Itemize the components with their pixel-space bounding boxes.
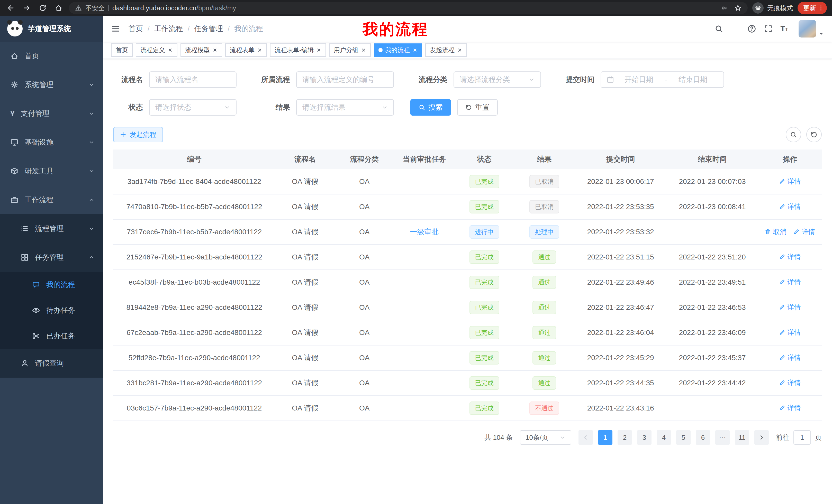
- status-select[interactable]: 请选择状态: [149, 99, 237, 116]
- view-tab[interactable]: 发起流程: [425, 44, 467, 57]
- refresh-table-button[interactable]: [806, 127, 822, 142]
- sidebar-item[interactable]: 系统管理: [0, 71, 103, 99]
- bookmark-star-icon[interactable]: [734, 4, 742, 11]
- forward-icon[interactable]: [21, 2, 32, 13]
- tab-label: 首页: [116, 46, 128, 54]
- back-icon[interactable]: [5, 2, 17, 13]
- close-tab-icon[interactable]: [212, 48, 217, 53]
- view-tab[interactable]: 用户分组: [329, 44, 371, 57]
- fullscreen-icon[interactable]: [764, 24, 773, 33]
- sidebar-item[interactable]: 流程管理: [0, 214, 103, 243]
- date-range-picker[interactable]: 开始日期 - 结束日期: [601, 72, 724, 88]
- goto-page-input[interactable]: [794, 430, 811, 445]
- reset-button[interactable]: 重置: [457, 99, 498, 116]
- user-avatar[interactable]: [799, 20, 824, 37]
- page-button[interactable]: 5: [676, 430, 691, 445]
- page-size-select[interactable]: 10条/页: [520, 430, 571, 445]
- cell-end-time: 2022-01-23 00:07:03: [667, 169, 758, 194]
- sidebar-item[interactable]: 研发工具: [0, 157, 103, 186]
- page-button[interactable]: 4: [657, 430, 671, 445]
- cell-result: 处理中: [514, 219, 575, 245]
- table-row: 67c2eaab-7b9a-11ec-a290-acde48001122OA 请…: [113, 320, 822, 345]
- action-detail-link[interactable]: 详情: [779, 202, 801, 211]
- edit-icon: [779, 178, 785, 185]
- page-button[interactable]: 3: [637, 430, 651, 445]
- update-button[interactable]: 更新: [798, 2, 827, 14]
- action-detail-link[interactable]: 详情: [779, 379, 801, 387]
- help-icon[interactable]: [747, 24, 756, 33]
- action-detail-link[interactable]: 详情: [779, 177, 801, 186]
- action-detail-link[interactable]: 详情: [779, 278, 801, 287]
- category-select[interactable]: 请选择流程分类: [453, 72, 541, 88]
- cell-submit-time: 2022-01-23 00:06:17: [575, 169, 667, 194]
- process-name-input[interactable]: 请输入流程名: [149, 72, 237, 88]
- cell-category: OA: [335, 370, 394, 396]
- page-button[interactable]: 2: [618, 430, 632, 445]
- action-detail-link[interactable]: 详情: [779, 303, 801, 312]
- font-size-icon[interactable]: TT: [780, 25, 788, 33]
- prev-page-button[interactable]: [578, 430, 593, 445]
- sidebar-item[interactable]: ¥支付管理: [0, 99, 103, 128]
- view-tab[interactable]: 流程定义: [136, 44, 177, 57]
- next-page-button[interactable]: [754, 430, 769, 445]
- close-tab-icon[interactable]: [412, 48, 418, 53]
- sidebar-item[interactable]: 待办任务: [0, 298, 103, 323]
- search-button[interactable]: 搜索: [410, 99, 451, 116]
- page-button[interactable]: 11: [735, 430, 749, 445]
- toggle-search-button[interactable]: [786, 127, 801, 142]
- address-bar[interactable]: 不安全 dashboard.yudao.iocoder.cn/bpm/task/…: [69, 2, 748, 14]
- result-select[interactable]: 请选择流结果: [296, 99, 394, 116]
- breadcrumb-item[interactable]: 任务管理: [194, 24, 223, 34]
- hamburger-icon[interactable]: [103, 16, 129, 41]
- search-icon[interactable]: [714, 24, 723, 33]
- action-detail-link[interactable]: 详情: [779, 328, 801, 337]
- cell-category: OA: [335, 245, 394, 270]
- home-icon[interactable]: [53, 2, 64, 13]
- action-detail-link[interactable]: 详情: [779, 353, 801, 362]
- create-process-button[interactable]: 发起流程: [113, 127, 163, 142]
- action-detail-link[interactable]: 详情: [779, 403, 801, 413]
- status-tag: 已完成: [469, 200, 499, 214]
- page-button[interactable]: 6: [696, 430, 710, 445]
- close-tab-icon[interactable]: [167, 48, 173, 53]
- close-tab-icon[interactable]: [361, 48, 366, 53]
- table-row: ec45f38f-7b9a-11ec-b03b-acde48001122OA 请…: [113, 270, 822, 295]
- sidebar-item[interactable]: 首页: [0, 41, 103, 71]
- filter-category: 流程分类 请选择流程分类: [410, 72, 541, 88]
- page-button[interactable]: 1: [598, 430, 613, 445]
- column-header: 流程分类: [335, 149, 394, 169]
- action-cancel-link[interactable]: 取消: [765, 227, 786, 236]
- sidebar-item[interactable]: 任务管理: [0, 243, 103, 272]
- page-annotation: 我的流程: [363, 19, 428, 40]
- app-navbar: 首页/工作流程/任务管理/我的流程 我的流程 TT: [103, 16, 832, 41]
- view-tab[interactable]: 首页: [111, 44, 133, 57]
- view-tab[interactable]: 流程表单: [225, 44, 267, 57]
- sidebar-item[interactable]: 请假查询: [0, 349, 103, 377]
- view-tab[interactable]: 我的流程: [374, 44, 422, 57]
- sidebar-item[interactable]: 已办任务: [0, 323, 103, 349]
- breadcrumb-item[interactable]: 首页: [129, 24, 143, 34]
- sidebar-item[interactable]: 工作流程: [0, 186, 103, 214]
- action-detail-link[interactable]: 详情: [779, 253, 801, 261]
- close-tab-icon[interactable]: [457, 48, 462, 53]
- close-tab-icon[interactable]: [316, 48, 321, 53]
- cell-result: 通过: [514, 320, 575, 345]
- more-pages-button[interactable]: ···: [715, 430, 730, 445]
- app-logo[interactable]: 芋道管理系统: [0, 16, 103, 41]
- view-tab[interactable]: 流程表单-编辑: [270, 44, 326, 57]
- reload-icon[interactable]: [37, 2, 48, 13]
- github-icon[interactable]: [731, 24, 740, 33]
- menu-dots-icon[interactable]: [817, 5, 824, 11]
- action-detail-link[interactable]: 详情: [794, 227, 815, 236]
- sidebar-item[interactable]: 基础设施: [0, 128, 103, 157]
- view-tab[interactable]: 流程模型: [181, 44, 222, 57]
- breadcrumb-item[interactable]: 工作流程: [154, 24, 183, 34]
- sidebar-item[interactable]: 我的流程: [0, 272, 103, 298]
- action-label: 取消: [773, 227, 786, 236]
- process-id-input[interactable]: 请输入流程定义的编号: [296, 72, 394, 88]
- current-task-link[interactable]: 一级审批: [410, 228, 439, 236]
- cell-current-task: [394, 169, 455, 194]
- sidebar-menu: 首页系统管理¥支付管理基础设施研发工具工作流程流程管理任务管理我的流程待办任务已…: [0, 41, 103, 504]
- close-tab-icon[interactable]: [257, 48, 262, 53]
- key-icon[interactable]: [721, 4, 728, 11]
